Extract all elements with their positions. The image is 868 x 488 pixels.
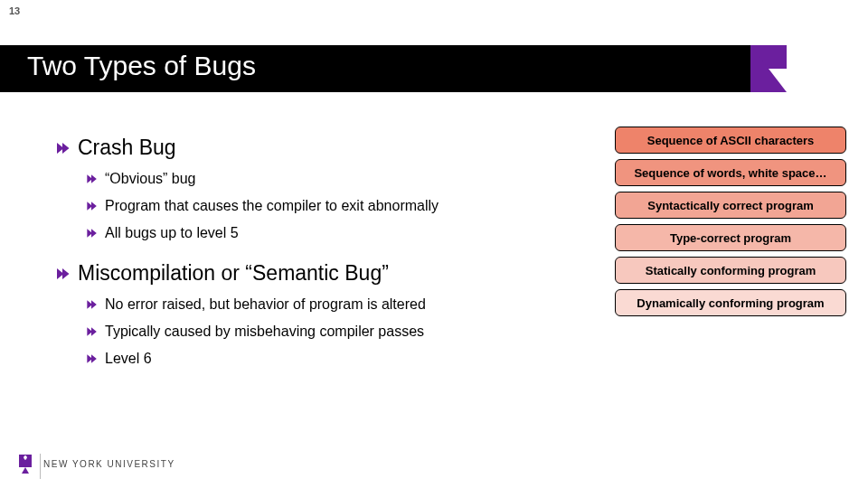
- level-pill: Sequence of ASCII characters: [615, 127, 846, 154]
- chevron-icon: [54, 266, 71, 282]
- section-heading: Miscompilation or “Semantic Bug”: [54, 261, 561, 286]
- content-area: Crash Bug “Obvious” bug Program that cau…: [54, 136, 561, 378]
- heading-text: Crash Bug: [78, 136, 176, 160]
- level-pill: Syntactically correct program: [615, 192, 846, 219]
- bullet-item: No error raised, but behavior of program…: [85, 296, 561, 313]
- level-pill: Statically conforming program: [615, 257, 846, 284]
- slide: 13 Two Types of Bugs Crash Bug “Obvious”…: [0, 0, 868, 488]
- bullet-text: Level 6: [105, 351, 152, 367]
- chevron-small-icon: [85, 298, 98, 311]
- bullet-item: Level 6: [85, 351, 561, 367]
- bullet-text: No error raised, but behavior of program…: [105, 296, 426, 313]
- bullet-item: All bugs up to level 5: [85, 225, 561, 241]
- heading-text: Miscompilation or “Semantic Bug”: [78, 261, 389, 286]
- slide-title: Two Types of Bugs: [27, 51, 256, 81]
- bullet-item: Program that causes the compiler to exit…: [85, 198, 561, 214]
- title-bar: Two Types of Bugs: [0, 45, 868, 92]
- bullet-text: “Obvious” bug: [105, 171, 196, 187]
- levels-sidebar: Sequence of ASCII characters Sequence of…: [615, 127, 846, 322]
- nyu-torch-icon: [16, 452, 34, 475]
- bullet-text: Typically caused by misbehaving compiler…: [105, 324, 424, 340]
- chevron-icon: [54, 140, 71, 156]
- chevron-small-icon: [85, 200, 98, 212]
- chevron-small-icon: [85, 325, 98, 338]
- chevron-small-icon: [85, 227, 98, 239]
- bullet-item: Typically caused by misbehaving compiler…: [85, 324, 561, 340]
- chevron-small-icon: [85, 173, 98, 185]
- university-name: NEW YORK UNIVERSITY: [43, 459, 175, 469]
- bullet-text: All bugs up to level 5: [105, 225, 239, 241]
- level-pill: Type-correct program: [615, 224, 846, 251]
- page-number: 13: [9, 5, 20, 16]
- level-pill: Sequence of words, white space…: [615, 159, 846, 186]
- bullet-item: “Obvious” bug: [85, 171, 561, 187]
- level-pill: Dynamically conforming program: [615, 289, 846, 316]
- bullet-text: Program that causes the compiler to exit…: [105, 198, 439, 214]
- chevron-small-icon: [85, 352, 98, 365]
- section-heading: Crash Bug: [54, 136, 561, 160]
- footer: NEW YORK UNIVERSITY: [16, 452, 175, 475]
